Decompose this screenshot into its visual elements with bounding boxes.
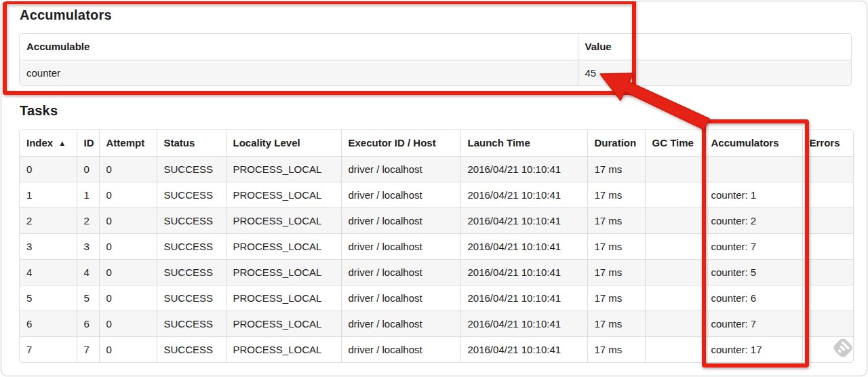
table-cell: SUCCESS <box>157 207 226 233</box>
table-cell: 1 <box>77 182 99 207</box>
table-cell: 17 ms <box>587 207 645 233</box>
table-cell: 45 <box>578 60 852 85</box>
table-cell <box>802 156 854 182</box>
table-cell: 6 <box>77 311 99 336</box>
table-cell: SUCCESS <box>157 233 226 259</box>
table-cell: 5 <box>77 285 99 311</box>
table-cell: 0 <box>99 336 157 362</box>
table-cell: driver / localhost <box>341 207 460 233</box>
table-cell: 0 <box>99 285 157 311</box>
table-cell: SUCCESS <box>157 182 226 207</box>
table-cell: 7 <box>77 336 99 362</box>
table-cell: SUCCESS <box>157 259 226 285</box>
table-cell <box>645 182 704 207</box>
header-row: Index▲IDAttemptStatusLocality LevelExecu… <box>20 130 854 156</box>
sort-ascending-icon: ▲ <box>58 139 66 147</box>
table-row: 770SUCCESSPROCESS_LOCALdriver / localhos… <box>20 336 854 362</box>
table-cell: driver / localhost <box>341 182 460 207</box>
table-row: 000SUCCESSPROCESS_LOCALdriver / localhos… <box>20 156 854 182</box>
table-cell: 17 ms <box>587 233 645 259</box>
table-cell: PROCESS_LOCAL <box>226 233 341 259</box>
table-cell: counter: 6 <box>704 285 802 311</box>
tasks-table: Index▲IDAttemptStatusLocality LevelExecu… <box>19 130 854 363</box>
accumulators-table: AccumulableValue counter45 <box>19 33 852 86</box>
table-cell: 2016/04/21 10:10:41 <box>460 207 587 233</box>
table-cell: 2016/04/21 10:10:41 <box>460 156 587 182</box>
column-header-status[interactable]: Status <box>157 130 226 156</box>
table-cell: 0 <box>20 156 77 182</box>
table-cell <box>802 259 854 285</box>
table-cell: 0 <box>99 156 157 182</box>
table-cell <box>802 311 854 336</box>
table-cell <box>645 336 704 362</box>
table-cell: 0 <box>99 207 157 233</box>
column-header-gc-time[interactable]: GC Time <box>645 130 704 156</box>
table-cell: PROCESS_LOCAL <box>226 156 341 182</box>
table-cell <box>645 207 704 233</box>
table-row: 660SUCCESSPROCESS_LOCALdriver / localhos… <box>20 311 854 336</box>
column-header-executor-id-host[interactable]: Executor ID / Host <box>341 130 460 156</box>
column-header-errors[interactable]: Errors <box>802 130 854 156</box>
table-cell <box>704 156 802 182</box>
table-cell: counter: 1 <box>704 182 802 207</box>
table-cell: counter: 7 <box>704 233 802 259</box>
table-cell: driver / localhost <box>341 336 460 362</box>
table-cell: 0 <box>99 233 157 259</box>
column-header-launch-time[interactable]: Launch Time <box>460 130 587 156</box>
table-cell: 2 <box>20 207 77 233</box>
header-row: AccumulableValue <box>20 34 852 60</box>
table-cell: driver / localhost <box>341 311 460 336</box>
column-header-accumulators[interactable]: Accumulators <box>704 130 802 156</box>
table-row: 440SUCCESSPROCESS_LOCALdriver / localhos… <box>20 259 854 285</box>
column-header-locality-level[interactable]: Locality Level <box>226 130 341 156</box>
table-cell: SUCCESS <box>157 311 226 336</box>
column-header-accumulable: Accumulable <box>20 34 578 60</box>
table-row: counter45 <box>20 60 852 85</box>
table-cell <box>802 207 854 233</box>
table-cell: 4 <box>77 259 99 285</box>
column-header-attempt[interactable]: Attempt <box>99 130 157 156</box>
table-cell: 2016/04/21 10:10:41 <box>460 311 587 336</box>
table-cell: counter: 7 <box>704 311 802 336</box>
table-cell: 0 <box>99 259 157 285</box>
table-cell: counter: 5 <box>704 259 802 285</box>
column-header-id[interactable]: ID <box>77 130 99 156</box>
table-row: 550SUCCESSPROCESS_LOCALdriver / localhos… <box>20 285 854 311</box>
table-cell: 3 <box>77 233 99 259</box>
column-header-index[interactable]: Index▲ <box>20 130 77 156</box>
table-cell: 2016/04/21 10:10:41 <box>460 285 587 311</box>
table-cell <box>802 285 854 311</box>
table-cell: 1 <box>20 182 77 207</box>
table-cell: 17 ms <box>587 285 645 311</box>
table-cell <box>802 233 854 259</box>
column-header-duration[interactable]: Duration <box>587 130 645 156</box>
table-cell: 0 <box>77 156 99 182</box>
accumulators-table-grid: AccumulableValue counter45 <box>20 34 852 85</box>
table-cell: PROCESS_LOCAL <box>226 182 341 207</box>
table-cell <box>645 259 704 285</box>
table-cell <box>645 233 704 259</box>
table-cell <box>645 285 704 311</box>
table-cell: 2016/04/21 10:10:41 <box>460 259 587 285</box>
table-cell: counter: 17 <box>704 336 802 362</box>
tasks-table-grid: Index▲IDAttemptStatusLocality LevelExecu… <box>20 130 854 362</box>
table-cell: PROCESS_LOCAL <box>226 311 341 336</box>
table-cell: driver / localhost <box>341 285 460 311</box>
table-row: 110SUCCESSPROCESS_LOCALdriver / localhos… <box>20 182 854 207</box>
table-cell: 6 <box>20 311 77 336</box>
table-cell: counter <box>20 60 578 85</box>
column-header-value: Value <box>578 34 852 60</box>
accumulators-section-title: Accumulators <box>20 7 112 23</box>
table-cell: 0 <box>99 182 157 207</box>
table-cell: driver / localhost <box>341 156 460 182</box>
table-cell: 2 <box>77 207 99 233</box>
table-cell: SUCCESS <box>157 285 226 311</box>
table-cell: 5 <box>20 285 77 311</box>
table-cell: PROCESS_LOCAL <box>226 336 341 362</box>
table-cell: 2016/04/21 10:10:41 <box>460 336 587 362</box>
table-cell <box>802 182 854 207</box>
table-cell: 2016/04/21 10:10:41 <box>460 233 587 259</box>
table-cell: 17 ms <box>587 259 645 285</box>
table-cell: counter: 2 <box>704 207 802 233</box>
table-cell: 4 <box>20 259 77 285</box>
